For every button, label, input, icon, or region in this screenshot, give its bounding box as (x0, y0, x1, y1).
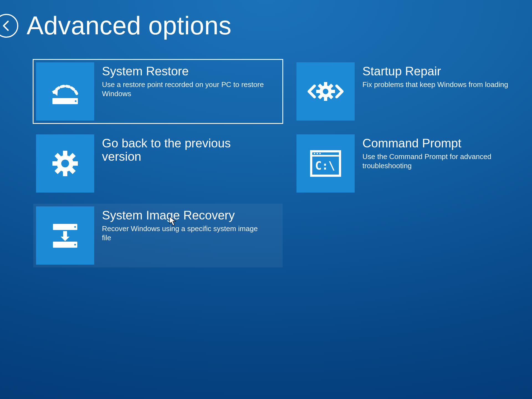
advanced-options-screen: Advanced options System Restore Use a re… (0, 0, 532, 399)
tile-text: System Restore Use a restore point recor… (94, 62, 274, 98)
header: Advanced options (8, 11, 532, 40)
page-title: Advanced options (27, 11, 231, 40)
tile-text: Command Prompt Use the Command Prompt fo… (355, 134, 532, 170)
svg-point-30 (74, 226, 76, 228)
svg-text:C:\: C:\ (315, 159, 335, 172)
tile-label: Command Prompt (362, 137, 529, 150)
tile-command-prompt[interactable]: C:\ Command Prompt Use the Command Promp… (294, 132, 532, 195)
svg-rect-4 (324, 97, 327, 101)
svg-point-1 (75, 100, 76, 102)
svg-point-22 (61, 160, 69, 167)
svg-point-26 (317, 153, 318, 154)
svg-rect-0 (52, 98, 78, 104)
tile-text: System Image Recovery Recover Windows us… (94, 206, 274, 242)
tile-label: Go back to the previous version (102, 137, 268, 163)
system-restore-icon (36, 62, 94, 121)
svg-point-27 (319, 153, 321, 154)
tile-text: Startup Repair Fix problems that keep Wi… (355, 62, 514, 89)
tile-desc: Use the Command Prompt for advanced trou… (362, 152, 529, 170)
svg-point-25 (314, 153, 315, 154)
svg-rect-6 (331, 90, 335, 93)
system-image-recovery-icon (36, 206, 94, 265)
tile-go-back-previous-version[interactable]: Go back to the previous version (33, 132, 283, 195)
svg-rect-29 (53, 224, 77, 230)
back-button[interactable] (0, 14, 18, 38)
tile-text: Go back to the previous version (94, 134, 274, 166)
svg-rect-5 (316, 90, 320, 93)
tile-label: System Image Recovery (102, 209, 268, 222)
tile-system-image-recovery[interactable]: System Image Recovery Recover Windows us… (33, 204, 283, 267)
startup-repair-icon (296, 62, 355, 121)
svg-point-32 (74, 244, 76, 245)
svg-rect-3 (324, 82, 327, 86)
options-grid: System Restore Use a restore point recor… (33, 60, 532, 267)
svg-marker-2 (52, 88, 58, 96)
tile-desc: Use a restore point recorded on your PC … (102, 80, 268, 98)
tile-startup-repair[interactable]: Startup Repair Fix problems that keep Wi… (294, 60, 532, 123)
svg-marker-34 (61, 237, 70, 241)
back-arrow-icon (0, 19, 13, 32)
command-prompt-icon: C:\ (296, 134, 355, 193)
tile-system-restore[interactable]: System Restore Use a restore point recor… (33, 60, 283, 123)
svg-point-12 (323, 89, 328, 94)
tile-desc: Recover Windows using a specific system … (102, 224, 268, 242)
tile-label: Startup Repair (362, 65, 508, 78)
tile-label: System Restore (102, 65, 268, 78)
gear-icon (36, 134, 94, 193)
tile-desc: Fix problems that keep Windows from load… (362, 80, 508, 89)
svg-rect-33 (63, 231, 67, 237)
svg-rect-31 (53, 242, 77, 248)
